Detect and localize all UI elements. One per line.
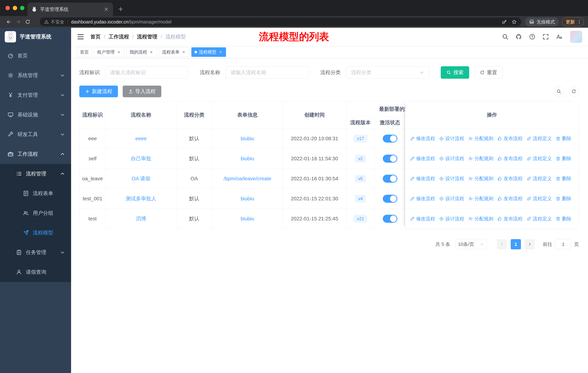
sidebar-item-payment[interactable]: 支付管理: [0, 85, 71, 105]
sidebar-item-process-manage[interactable]: 流程管理: [0, 164, 71, 184]
action-edit[interactable]: 修改流程: [410, 155, 435, 162]
sidebar-item-leave-query[interactable]: 请假查询: [0, 262, 71, 282]
action-publish[interactable]: 发布流程: [497, 195, 523, 202]
address-bar[interactable]: 不安全 dashboard.yudao.iocoder.cn /bpm/mana…: [40, 18, 521, 26]
action-publish[interactable]: 发布流程: [497, 216, 523, 222]
action-edit[interactable]: 修改流程: [410, 216, 435, 222]
new-tab-button[interactable]: [116, 4, 126, 14]
process-name-link[interactable]: 自己审批: [131, 155, 151, 162]
action-assign[interactable]: 分配规则: [468, 175, 494, 182]
form-info-link[interactable]: /bpm/oa/leave/create: [224, 176, 271, 181]
action-delete[interactable]: 删除: [556, 216, 571, 222]
action-edit[interactable]: 修改流程: [410, 195, 435, 202]
action-delete[interactable]: 删除: [556, 155, 571, 162]
action-edit[interactable]: 修改流程: [410, 175, 435, 182]
active-toggle[interactable]: [383, 135, 397, 143]
sidebar-item-home[interactable]: 首页: [0, 46, 71, 66]
action-publish[interactable]: 发布流程: [497, 175, 523, 182]
action-delete[interactable]: 删除: [556, 175, 571, 182]
action-definition[interactable]: 流程定义: [526, 216, 552, 222]
github-icon[interactable]: [515, 33, 522, 40]
action-publish[interactable]: 发布流程: [497, 155, 523, 162]
form-info-link[interactable]: biubiu: [241, 156, 254, 161]
process-category-select[interactable]: 流程分类: [346, 66, 429, 79]
sidebar-item-process-model[interactable]: 流程模型: [0, 223, 71, 242]
tag-close-icon[interactable]: [218, 50, 223, 54]
breadcrumb-item[interactable]: 工作流程: [109, 33, 137, 40]
process-key-input[interactable]: [110, 70, 183, 75]
tab-close-icon[interactable]: [104, 7, 109, 12]
fullscreen-icon[interactable]: [542, 33, 549, 40]
sidebar-item-infra[interactable]: 基础设施: [0, 105, 71, 125]
action-design[interactable]: 设计流程: [439, 175, 464, 182]
action-assign[interactable]: 分配规则: [468, 195, 494, 202]
action-assign[interactable]: 分配规则: [468, 135, 494, 142]
action-edit[interactable]: 修改流程: [410, 135, 435, 142]
search-icon[interactable]: [502, 33, 509, 40]
reset-button[interactable]: 重置: [474, 66, 503, 79]
font-size-icon[interactable]: [556, 33, 562, 40]
traffic-light-close[interactable]: [5, 6, 10, 10]
sidebar-item-devtools[interactable]: 研发工具: [0, 125, 71, 144]
view-tag-my-process[interactable]: 我的流程: [126, 47, 157, 57]
back-button[interactable]: [4, 17, 13, 27]
traffic-light-zoom[interactable]: [20, 6, 24, 10]
current-page[interactable]: 1: [511, 239, 521, 249]
forward-button[interactable]: [13, 17, 23, 27]
update-button[interactable]: 更新: [562, 17, 584, 26]
sidebar-item-workflow[interactable]: 工作流程: [0, 144, 71, 164]
action-assign[interactable]: 分配规则: [468, 155, 494, 162]
action-definition[interactable]: 流程定义: [526, 155, 552, 162]
app-logo[interactable]: 芋道管理系统: [0, 28, 71, 46]
bookmark-star-icon[interactable]: [511, 19, 517, 25]
sidebar-item-system[interactable]: 系统管理: [0, 66, 71, 85]
action-design[interactable]: 设计流程: [439, 216, 464, 222]
action-assign[interactable]: 分配规则: [468, 216, 494, 222]
hamburger-icon[interactable]: [77, 33, 84, 40]
action-design[interactable]: 设计流程: [439, 195, 464, 202]
import-process-button[interactable]: 导入流程: [123, 86, 161, 97]
toggle-search-button[interactable]: [554, 86, 564, 97]
reload-button[interactable]: [23, 17, 32, 27]
sidebar-item-user-group[interactable]: 用户分组: [0, 203, 71, 223]
view-tag-tenant[interactable]: 租户管理: [94, 47, 124, 57]
sidebar-item-task-manage[interactable]: 任务管理: [0, 242, 71, 262]
form-info-link[interactable]: biubiu: [241, 216, 254, 222]
process-name-link[interactable]: 测试多审批人: [126, 195, 156, 202]
active-toggle[interactable]: [383, 195, 397, 203]
sidebar-item-process-form[interactable]: 流程表单: [0, 184, 71, 203]
security-indicator[interactable]: 不安全: [44, 19, 64, 25]
view-tag-process-model[interactable]: 流程模型: [191, 47, 226, 57]
browser-tab[interactable]: 芋道管理系统: [27, 2, 113, 16]
process-name-link[interactable]: 滔博: [136, 215, 146, 222]
active-toggle[interactable]: [383, 155, 397, 163]
password-key-icon[interactable]: [502, 19, 507, 25]
process-name-link[interactable]: eeee: [135, 136, 147, 141]
prev-page-button[interactable]: [497, 239, 507, 249]
tag-close-icon[interactable]: [116, 50, 121, 54]
tag-close-icon[interactable]: [181, 50, 186, 54]
view-tag-home[interactable]: 首页: [77, 47, 92, 57]
action-delete[interactable]: 删除: [556, 195, 571, 202]
form-info-link[interactable]: biubiu: [241, 196, 254, 202]
action-definition[interactable]: 流程定义: [526, 175, 552, 182]
action-design[interactable]: 设计流程: [439, 135, 464, 142]
search-button[interactable]: 搜索: [441, 66, 469, 79]
avatar[interactable]: [570, 31, 582, 43]
action-definition[interactable]: 流程定义: [526, 135, 552, 142]
action-design[interactable]: 设计流程: [439, 155, 464, 162]
process-name-input[interactable]: [231, 70, 304, 75]
search-field-box[interactable]: [226, 66, 309, 79]
breadcrumb-item[interactable]: 流程管理: [137, 33, 166, 40]
create-process-button[interactable]: 新建流程: [79, 86, 118, 97]
active-toggle[interactable]: [383, 215, 397, 223]
action-definition[interactable]: 流程定义: [526, 195, 552, 202]
refresh-table-button[interactable]: [569, 86, 579, 97]
process-name-link[interactable]: OA 请假: [132, 175, 150, 182]
action-publish[interactable]: 发布流程: [497, 135, 523, 142]
action-delete[interactable]: 删除: [556, 135, 571, 142]
search-field-box[interactable]: [105, 66, 188, 79]
menu-dots-icon[interactable]: [577, 19, 582, 24]
traffic-light-minimize[interactable]: [13, 6, 17, 10]
view-tag-process-form[interactable]: 流程表单: [159, 47, 189, 57]
